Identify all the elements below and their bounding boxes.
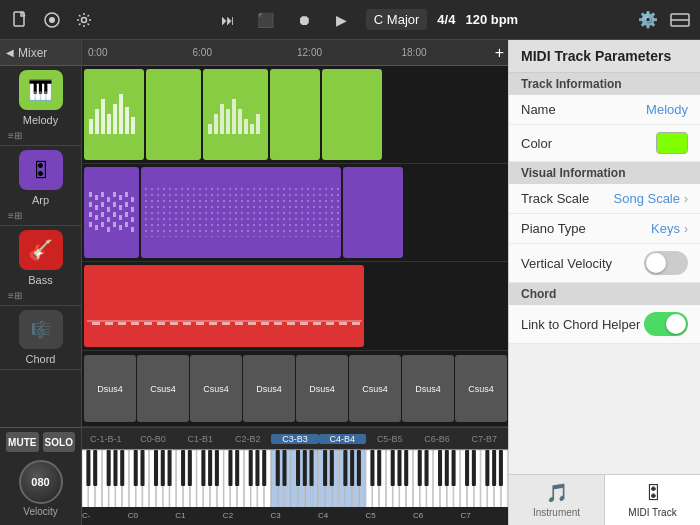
chord-track-content: Dsus4 Csus4 Csus4 Dsus4 Dsus4 Csus4 Dsus… xyxy=(82,351,508,426)
svg-rect-77 xyxy=(339,322,347,325)
melody-midi-icon: ≡⊞ xyxy=(4,130,22,141)
svg-rect-24 xyxy=(89,202,92,207)
melody-track-content xyxy=(82,66,508,163)
tab-midi-track[interactable]: 🎛 MIDI Track xyxy=(605,475,700,525)
track-item-arp[interactable]: 🎛 Arp ≡⊞ xyxy=(0,146,81,226)
param-vertical-velocity-row: Vertical Velocity xyxy=(509,244,700,283)
link-chord-toggle[interactable] xyxy=(644,312,688,336)
chord-block-dsus4-3[interactable]: Dsus4 xyxy=(296,355,348,422)
key-signature[interactable]: C Major xyxy=(366,9,428,30)
svg-rect-49 xyxy=(125,212,128,217)
track-area: 0:00 6:00 12:00 18:00 + xyxy=(82,40,508,525)
layout-icon[interactable] xyxy=(668,8,692,32)
bpm-display[interactable]: 120 bpm xyxy=(465,12,518,27)
note-name-cell: C4 xyxy=(318,507,328,525)
track-item-melody[interactable]: 🎹 Melody ≡⊞ xyxy=(0,66,81,146)
time-signature[interactable]: 4/4 xyxy=(437,12,455,27)
bass-block-1[interactable] xyxy=(84,265,364,347)
chord-block-csus4-1[interactable]: Csus4 xyxy=(137,355,189,422)
chord-block-csus4-4[interactable]: Csus4 xyxy=(455,355,507,422)
melody-block-3[interactable] xyxy=(203,69,268,160)
svg-rect-42 xyxy=(113,222,116,227)
svg-rect-54 xyxy=(131,227,134,232)
octave-label-3[interactable]: C2-B2 xyxy=(224,434,271,444)
octave-label-4[interactable]: C3-B3 xyxy=(271,434,318,444)
solo-button[interactable]: SOLO xyxy=(43,432,76,452)
svg-rect-63 xyxy=(157,322,165,325)
octave-label-5[interactable]: C4-B4 xyxy=(319,434,366,444)
color-swatch[interactable] xyxy=(656,132,688,154)
track-scale-value[interactable]: Song Scale xyxy=(614,191,681,206)
octave-label-8[interactable]: C7-B7 xyxy=(461,434,508,444)
transport-controls: ⏭ ⬛ ⏺ ▶ C Major 4/4 120 bpm xyxy=(104,6,628,34)
melody-block-2[interactable] xyxy=(146,69,201,160)
octave-label-0[interactable]: C-1-B-1 xyxy=(82,434,129,444)
svg-rect-13 xyxy=(131,117,135,134)
bass-midi-icon: ≡⊞ xyxy=(4,290,22,301)
mute-solo-row: MUTE SOLO xyxy=(6,432,75,452)
bass-icon: 🎸 xyxy=(19,230,63,270)
new-file-icon[interactable] xyxy=(8,8,32,32)
note-name-cell: C6 xyxy=(413,507,423,525)
svg-rect-48 xyxy=(125,202,128,207)
mixer-header: ◀ Mixer xyxy=(0,40,81,66)
svg-rect-78 xyxy=(352,322,360,325)
play-button[interactable]: ▶ xyxy=(328,6,356,34)
chord-block-csus4-2[interactable]: Csus4 xyxy=(190,355,242,422)
svg-rect-27 xyxy=(95,195,98,200)
chord-block-csus4-3[interactable]: Csus4 xyxy=(349,355,401,422)
stop-button[interactable]: ⬛ xyxy=(252,6,280,34)
name-value[interactable]: Melody xyxy=(646,102,688,117)
vertical-velocity-toggle[interactable] xyxy=(644,251,688,275)
melody-label: Melody xyxy=(23,114,58,126)
arp-block-3[interactable] xyxy=(343,167,403,258)
settings-icon[interactable] xyxy=(72,8,96,32)
mute-button[interactable]: MUTE xyxy=(6,432,39,452)
gear-icon[interactable]: ⚙️ xyxy=(636,8,660,32)
svg-rect-57 xyxy=(87,320,362,322)
track-item-chord[interactable]: 🎼 Chord xyxy=(0,306,81,370)
octave-label-1[interactable]: C0-B0 xyxy=(129,434,176,444)
melody-block-5[interactable] xyxy=(322,69,382,160)
track-item-bass[interactable]: 🎸 Bass ≡⊞ xyxy=(0,226,81,306)
melody-block-4[interactable] xyxy=(270,69,320,160)
toggle-knob xyxy=(646,253,666,273)
tab-instrument[interactable]: 🎵 Instrument xyxy=(509,475,605,525)
rec-button[interactable]: ⏺ xyxy=(290,6,318,34)
svg-rect-62 xyxy=(144,322,152,325)
svg-rect-11 xyxy=(119,94,123,134)
octave-label-6[interactable]: C5-B5 xyxy=(366,434,413,444)
chord-block-dsus4-2[interactable]: Dsus4 xyxy=(243,355,295,422)
svg-rect-32 xyxy=(101,202,104,207)
velocity-knob[interactable]: 080 xyxy=(19,460,63,504)
panel-bottom-tabs: 🎵 Instrument 🎛 MIDI Track xyxy=(509,474,700,525)
param-color-row: Color xyxy=(509,125,700,162)
chord-track-row: Dsus4 Csus4 Csus4 Dsus4 Dsus4 Csus4 Dsus… xyxy=(82,351,508,427)
svg-rect-71 xyxy=(261,322,269,325)
chord-icon: 🎼 xyxy=(19,310,63,349)
svg-rect-47 xyxy=(125,192,128,197)
time-mark-1: 6:00 xyxy=(191,47,296,58)
svg-rect-12 xyxy=(125,107,129,134)
arp-block-2[interactable] xyxy=(141,167,341,258)
chord-block-dsus4-4[interactable]: Dsus4 xyxy=(402,355,454,422)
bass-track-content xyxy=(82,262,508,350)
piano-type-value[interactable]: Keys xyxy=(651,221,680,236)
svg-rect-44 xyxy=(119,205,122,210)
rewind-button[interactable]: ⏭ xyxy=(214,6,242,34)
svg-rect-16 xyxy=(220,104,224,134)
add-track-button[interactable]: + xyxy=(495,44,504,62)
melody-block-1[interactable] xyxy=(84,69,144,160)
chord-block-dsus4-1[interactable]: Dsus4 xyxy=(84,355,136,422)
svg-rect-7 xyxy=(95,109,99,134)
octave-label-2[interactable]: C1-B1 xyxy=(177,434,224,444)
top-bar: ⏭ ⬛ ⏺ ▶ C Major 4/4 120 bpm ⚙️ xyxy=(0,0,700,40)
note-name-cell: C0 xyxy=(128,507,138,525)
record-circle-icon[interactable] xyxy=(40,8,64,32)
arp-block-1[interactable] xyxy=(84,167,139,258)
svg-rect-40 xyxy=(113,202,116,207)
svg-rect-18 xyxy=(232,99,236,134)
svg-rect-59 xyxy=(105,322,113,325)
octave-label-7[interactable]: C6-B6 xyxy=(413,434,460,444)
timeline-marks: 0:00 6:00 12:00 18:00 xyxy=(86,47,504,58)
